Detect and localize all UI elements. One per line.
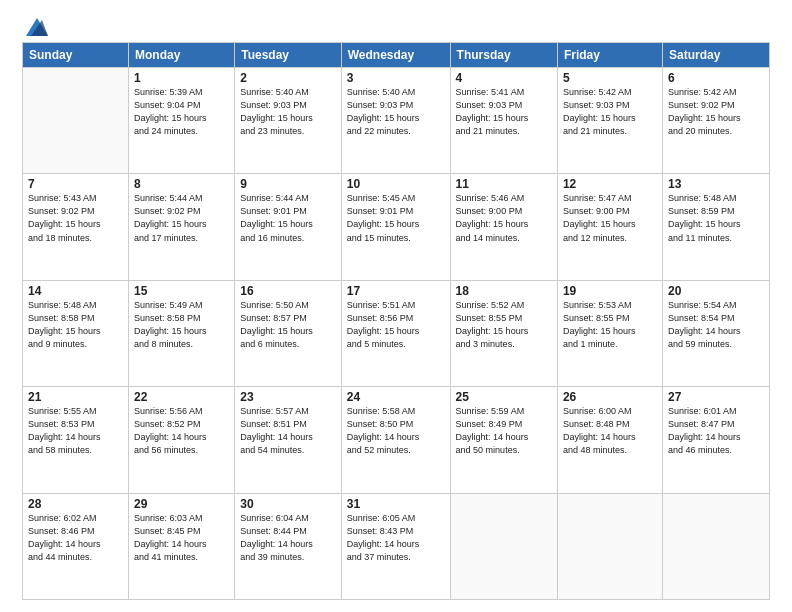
cell-info: Sunrise: 6:02 AM Sunset: 8:46 PM Dayligh…: [28, 512, 123, 564]
calendar-cell: 28Sunrise: 6:02 AM Sunset: 8:46 PM Dayli…: [23, 493, 129, 599]
day-number: 30: [240, 497, 336, 511]
header-wednesday: Wednesday: [341, 43, 450, 68]
week-row-1: 7Sunrise: 5:43 AM Sunset: 9:02 PM Daylig…: [23, 174, 770, 280]
cell-info: Sunrise: 5:44 AM Sunset: 9:02 PM Dayligh…: [134, 192, 229, 244]
header: [22, 18, 770, 32]
cell-info: Sunrise: 6:05 AM Sunset: 8:43 PM Dayligh…: [347, 512, 445, 564]
calendar-cell: 25Sunrise: 5:59 AM Sunset: 8:49 PM Dayli…: [450, 387, 557, 493]
day-number: 25: [456, 390, 552, 404]
day-number: 27: [668, 390, 764, 404]
cell-info: Sunrise: 5:42 AM Sunset: 9:03 PM Dayligh…: [563, 86, 657, 138]
calendar-cell: 26Sunrise: 6:00 AM Sunset: 8:48 PM Dayli…: [557, 387, 662, 493]
cell-info: Sunrise: 5:45 AM Sunset: 9:01 PM Dayligh…: [347, 192, 445, 244]
day-number: 19: [563, 284, 657, 298]
cell-info: Sunrise: 5:40 AM Sunset: 9:03 PM Dayligh…: [240, 86, 336, 138]
week-row-4: 28Sunrise: 6:02 AM Sunset: 8:46 PM Dayli…: [23, 493, 770, 599]
cell-info: Sunrise: 5:56 AM Sunset: 8:52 PM Dayligh…: [134, 405, 229, 457]
day-number: 17: [347, 284, 445, 298]
page: SundayMondayTuesdayWednesdayThursdayFrid…: [0, 0, 792, 612]
day-number: 9: [240, 177, 336, 191]
day-number: 13: [668, 177, 764, 191]
day-number: 11: [456, 177, 552, 191]
day-number: 20: [668, 284, 764, 298]
calendar-cell: 30Sunrise: 6:04 AM Sunset: 8:44 PM Dayli…: [235, 493, 342, 599]
calendar-cell: 7Sunrise: 5:43 AM Sunset: 9:02 PM Daylig…: [23, 174, 129, 280]
cell-info: Sunrise: 5:46 AM Sunset: 9:00 PM Dayligh…: [456, 192, 552, 244]
week-row-2: 14Sunrise: 5:48 AM Sunset: 8:58 PM Dayli…: [23, 280, 770, 386]
calendar-cell: 14Sunrise: 5:48 AM Sunset: 8:58 PM Dayli…: [23, 280, 129, 386]
calendar-cell: 17Sunrise: 5:51 AM Sunset: 8:56 PM Dayli…: [341, 280, 450, 386]
calendar-cell: 1Sunrise: 5:39 AM Sunset: 9:04 PM Daylig…: [128, 68, 234, 174]
calendar-cell: 9Sunrise: 5:44 AM Sunset: 9:01 PM Daylig…: [235, 174, 342, 280]
cell-info: Sunrise: 5:51 AM Sunset: 8:56 PM Dayligh…: [347, 299, 445, 351]
header-thursday: Thursday: [450, 43, 557, 68]
day-number: 6: [668, 71, 764, 85]
cell-info: Sunrise: 5:57 AM Sunset: 8:51 PM Dayligh…: [240, 405, 336, 457]
cell-info: Sunrise: 5:44 AM Sunset: 9:01 PM Dayligh…: [240, 192, 336, 244]
day-number: 14: [28, 284, 123, 298]
day-number: 1: [134, 71, 229, 85]
cell-info: Sunrise: 5:39 AM Sunset: 9:04 PM Dayligh…: [134, 86, 229, 138]
calendar-table: SundayMondayTuesdayWednesdayThursdayFrid…: [22, 42, 770, 600]
calendar-cell: 2Sunrise: 5:40 AM Sunset: 9:03 PM Daylig…: [235, 68, 342, 174]
cell-info: Sunrise: 5:58 AM Sunset: 8:50 PM Dayligh…: [347, 405, 445, 457]
cell-info: Sunrise: 5:52 AM Sunset: 8:55 PM Dayligh…: [456, 299, 552, 351]
header-saturday: Saturday: [662, 43, 769, 68]
calendar-cell: [450, 493, 557, 599]
cell-info: Sunrise: 5:40 AM Sunset: 9:03 PM Dayligh…: [347, 86, 445, 138]
cell-info: Sunrise: 5:54 AM Sunset: 8:54 PM Dayligh…: [668, 299, 764, 351]
calendar-cell: 12Sunrise: 5:47 AM Sunset: 9:00 PM Dayli…: [557, 174, 662, 280]
cell-info: Sunrise: 6:01 AM Sunset: 8:47 PM Dayligh…: [668, 405, 764, 457]
day-number: 21: [28, 390, 123, 404]
week-row-3: 21Sunrise: 5:55 AM Sunset: 8:53 PM Dayli…: [23, 387, 770, 493]
cell-info: Sunrise: 5:47 AM Sunset: 9:00 PM Dayligh…: [563, 192, 657, 244]
calendar-cell: 5Sunrise: 5:42 AM Sunset: 9:03 PM Daylig…: [557, 68, 662, 174]
calendar-cell: 6Sunrise: 5:42 AM Sunset: 9:02 PM Daylig…: [662, 68, 769, 174]
header-friday: Friday: [557, 43, 662, 68]
day-number: 10: [347, 177, 445, 191]
calendar-cell: 13Sunrise: 5:48 AM Sunset: 8:59 PM Dayli…: [662, 174, 769, 280]
calendar-cell: 27Sunrise: 6:01 AM Sunset: 8:47 PM Dayli…: [662, 387, 769, 493]
header-sunday: Sunday: [23, 43, 129, 68]
day-number: 31: [347, 497, 445, 511]
header-monday: Monday: [128, 43, 234, 68]
calendar-cell: 31Sunrise: 6:05 AM Sunset: 8:43 PM Dayli…: [341, 493, 450, 599]
week-row-0: 1Sunrise: 5:39 AM Sunset: 9:04 PM Daylig…: [23, 68, 770, 174]
calendar-cell: [23, 68, 129, 174]
day-number: 26: [563, 390, 657, 404]
day-number: 29: [134, 497, 229, 511]
logo: [22, 18, 48, 32]
calendar-cell: 3Sunrise: 5:40 AM Sunset: 9:03 PM Daylig…: [341, 68, 450, 174]
calendar-header-row: SundayMondayTuesdayWednesdayThursdayFrid…: [23, 43, 770, 68]
calendar-cell: 15Sunrise: 5:49 AM Sunset: 8:58 PM Dayli…: [128, 280, 234, 386]
day-number: 23: [240, 390, 336, 404]
calendar-cell: [662, 493, 769, 599]
calendar-cell: 21Sunrise: 5:55 AM Sunset: 8:53 PM Dayli…: [23, 387, 129, 493]
cell-info: Sunrise: 5:43 AM Sunset: 9:02 PM Dayligh…: [28, 192, 123, 244]
day-number: 24: [347, 390, 445, 404]
calendar-cell: 8Sunrise: 5:44 AM Sunset: 9:02 PM Daylig…: [128, 174, 234, 280]
day-number: 4: [456, 71, 552, 85]
day-number: 7: [28, 177, 123, 191]
cell-info: Sunrise: 5:59 AM Sunset: 8:49 PM Dayligh…: [456, 405, 552, 457]
cell-info: Sunrise: 6:03 AM Sunset: 8:45 PM Dayligh…: [134, 512, 229, 564]
cell-info: Sunrise: 5:50 AM Sunset: 8:57 PM Dayligh…: [240, 299, 336, 351]
logo-icon: [26, 18, 48, 36]
day-number: 12: [563, 177, 657, 191]
day-number: 2: [240, 71, 336, 85]
cell-info: Sunrise: 5:48 AM Sunset: 8:59 PM Dayligh…: [668, 192, 764, 244]
cell-info: Sunrise: 6:00 AM Sunset: 8:48 PM Dayligh…: [563, 405, 657, 457]
day-number: 3: [347, 71, 445, 85]
calendar-cell: 24Sunrise: 5:58 AM Sunset: 8:50 PM Dayli…: [341, 387, 450, 493]
cell-info: Sunrise: 5:49 AM Sunset: 8:58 PM Dayligh…: [134, 299, 229, 351]
day-number: 5: [563, 71, 657, 85]
calendar-cell: 29Sunrise: 6:03 AM Sunset: 8:45 PM Dayli…: [128, 493, 234, 599]
day-number: 18: [456, 284, 552, 298]
cell-info: Sunrise: 5:48 AM Sunset: 8:58 PM Dayligh…: [28, 299, 123, 351]
cell-info: Sunrise: 6:04 AM Sunset: 8:44 PM Dayligh…: [240, 512, 336, 564]
calendar-cell: 22Sunrise: 5:56 AM Sunset: 8:52 PM Dayli…: [128, 387, 234, 493]
cell-info: Sunrise: 5:55 AM Sunset: 8:53 PM Dayligh…: [28, 405, 123, 457]
calendar-cell: 19Sunrise: 5:53 AM Sunset: 8:55 PM Dayli…: [557, 280, 662, 386]
cell-info: Sunrise: 5:42 AM Sunset: 9:02 PM Dayligh…: [668, 86, 764, 138]
calendar-cell: [557, 493, 662, 599]
